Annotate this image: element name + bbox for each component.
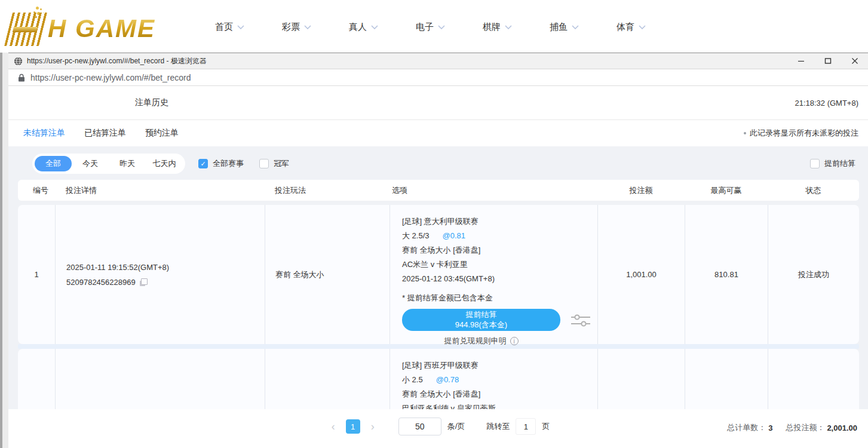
cashout-sliders-icon[interactable] xyxy=(570,312,591,329)
nav-label: 彩票 xyxy=(282,22,300,33)
bet-amount: 1,001.00 xyxy=(597,205,685,344)
bet-time: 2025-01-11 19:15:52(GMT+8) xyxy=(66,263,265,272)
date-filter-all[interactable]: 全部 xyxy=(35,156,72,171)
lock-icon xyxy=(18,73,25,82)
window-controls xyxy=(787,53,868,69)
nav-item-cards[interactable]: 棋牌 xyxy=(483,22,512,33)
close-button[interactable] xyxy=(841,53,868,69)
odds-value: @0.78 xyxy=(436,375,459,385)
bet-no: 1 xyxy=(18,205,55,344)
screen: H GAME 首页 彩票 真人 电子 棋牌 xyxy=(0,0,868,448)
main-nav: 首页 彩票 真人 电子 棋牌 捕鱼 xyxy=(215,22,646,33)
page-title: 注单历史 xyxy=(135,97,168,108)
league-name: [足球] 意大利甲级联赛 xyxy=(402,216,597,226)
totals-summary: 总计单数： 3 总投注额： 2,001.00 xyxy=(727,422,857,433)
chevron-down-icon xyxy=(237,25,244,29)
window-title: https://user-pc-new.jylywl.com/#/bet_rec… xyxy=(27,56,207,66)
cashout-note: * 提前结算金额已包含本金 xyxy=(402,293,597,303)
league-name: [足球] 西班牙甲级联赛 xyxy=(402,360,597,370)
nav-item-sports[interactable]: 体育 xyxy=(617,22,646,33)
odds-value: @0.81 xyxy=(443,231,466,241)
logo-dots-decoration xyxy=(36,7,39,10)
site-logo[interactable]: H GAME xyxy=(8,3,188,50)
nav-item-home[interactable]: 首页 xyxy=(215,22,244,33)
chevron-down-icon xyxy=(572,25,579,29)
url-text: https://user-pc-new.jylywl.com/#/bet_rec… xyxy=(30,73,191,82)
logo-stripe-h-icon xyxy=(4,13,47,46)
chevron-down-icon xyxy=(304,25,311,29)
nav-label: 体育 xyxy=(617,22,634,33)
champion-checkbox[interactable]: 冠军 xyxy=(259,158,289,169)
bet-id: 5209782456228969 xyxy=(66,278,136,287)
selection: 大 2.5/3 xyxy=(402,231,430,241)
tab-reserved-bets[interactable]: 预约注单 xyxy=(145,128,179,139)
chevron-down-icon xyxy=(371,25,378,29)
bet-play-cell: 赛前 全场大小 xyxy=(265,205,389,344)
date-range-group: 全部 今天 昨天 七天内 xyxy=(32,154,185,174)
col-header-no: 编号 xyxy=(18,185,55,196)
next-page-button[interactable]: › xyxy=(366,421,379,433)
nav-label: 首页 xyxy=(215,22,233,33)
tab-unsettled-bets[interactable]: 未结算注单 xyxy=(23,128,65,139)
all-events-checkbox[interactable]: ✓ 全部赛事 xyxy=(198,158,244,169)
total-amount-label: 总投注额： xyxy=(786,422,824,433)
checkbox-checked-icon: ✓ xyxy=(198,159,208,168)
filter-row: 全部 今天 昨天 七天内 ✓ 全部赛事 冠军 提 xyxy=(18,151,859,176)
maximize-button[interactable] xyxy=(814,53,841,69)
page-number-button[interactable]: 1 xyxy=(346,419,360,434)
col-header-status: 状态 xyxy=(768,185,859,196)
page-unit-label: 页 xyxy=(542,421,550,432)
col-header-maxwin: 最高可赢 xyxy=(685,185,768,196)
col-header-amount: 投注额 xyxy=(597,185,685,196)
bet-option-cell: [足球] 意大利甲级联赛 大 2.5/3 @0.81 赛前 全场大小 [香港盘]… xyxy=(389,205,597,344)
cashout-rule-link[interactable]: 提前兑现规则申明 i xyxy=(402,336,560,346)
table-header: 编号 投注详情 投注玩法 选项 投注额 最高可赢 状态 xyxy=(18,180,859,201)
match-teams: AC米兰 v 卡利亚里 xyxy=(402,259,597,269)
tabs-row: 未结算注单 已结算注单 预约注单 此记录将显示所有未派彩的投注 xyxy=(8,120,868,146)
checkbox-unchecked-icon xyxy=(259,159,269,168)
browser-window: https://user-pc-new.jylywl.com/#/bet_rec… xyxy=(8,53,868,448)
nav-item-slots[interactable]: 电子 xyxy=(416,22,445,33)
nav-label: 电子 xyxy=(416,22,434,33)
early-settle-checkbox[interactable]: 提前结算 xyxy=(810,158,855,169)
bet-row-1: 1 2025-01-11 19:15:52(GMT+8) 52097824562… xyxy=(18,205,859,344)
page-size-label: 条/页 xyxy=(447,421,465,432)
match-time: 2025-01-12 03:45(GMT+8) xyxy=(402,274,597,284)
date-filter-7days[interactable]: 七天内 xyxy=(146,156,183,171)
prev-page-button[interactable]: ‹ xyxy=(327,421,340,433)
date-filter-yesterday[interactable]: 昨天 xyxy=(109,156,146,171)
jump-page-input[interactable] xyxy=(516,418,536,435)
server-time: 21:18:32 (GMT+8) xyxy=(795,99,858,108)
selection: 小 2.5 xyxy=(402,375,423,385)
browser-addressbar[interactable]: https://user-pc-new.jylywl.com/#/bet_rec… xyxy=(8,69,868,86)
page-header: 注单历史 21:18:32 (GMT+8) xyxy=(8,86,868,120)
date-filter-today[interactable]: 今天 xyxy=(72,156,109,171)
copy-icon[interactable] xyxy=(140,278,148,286)
total-count-label: 总计单数： xyxy=(727,422,766,433)
jump-to-label: 跳转至 xyxy=(486,421,510,432)
total-amount: 2,001.00 xyxy=(827,424,857,432)
bet-detail-cell: 2025-01-11 19:15:52(GMT+8) 5209782456228… xyxy=(55,205,265,344)
minimize-button[interactable] xyxy=(787,53,814,69)
site-header: H GAME 首页 彩票 真人 电子 棋牌 xyxy=(0,0,868,53)
max-win: 810.81 xyxy=(685,205,768,344)
page-body: 全部 今天 昨天 七天内 ✓ 全部赛事 冠军 提 xyxy=(8,146,868,448)
col-header-play: 投注玩法 xyxy=(265,185,389,196)
nav-label: 棋牌 xyxy=(483,22,501,33)
unsettled-note: 此记录将显示所有未派彩的投注 xyxy=(744,128,858,139)
nav-item-lottery[interactable]: 彩票 xyxy=(282,22,311,33)
nav-item-live[interactable]: 真人 xyxy=(349,22,378,33)
nav-label: 真人 xyxy=(349,22,367,33)
page-size-input[interactable] xyxy=(398,418,441,435)
col-header-detail: 投注详情 xyxy=(55,185,265,196)
pagination-bar: ‹ 1 › 条/页 跳转至 页 总计单数： 3 总投注额： 2 xyxy=(8,409,868,448)
checkbox-unchecked-icon xyxy=(810,159,820,168)
site-favicon-globe-icon xyxy=(14,57,23,66)
chevron-down-icon xyxy=(438,25,445,29)
nav-item-fishing[interactable]: 捕鱼 xyxy=(550,22,579,33)
tab-settled-bets[interactable]: 已结算注单 xyxy=(84,128,126,139)
market-name: 赛前 全场大小 [香港盘] xyxy=(402,245,597,255)
info-icon: i xyxy=(510,337,519,345)
bet-status: 投注成功 xyxy=(768,205,859,344)
cashout-button[interactable]: 提前结算 944.98(含本金) xyxy=(402,309,560,331)
